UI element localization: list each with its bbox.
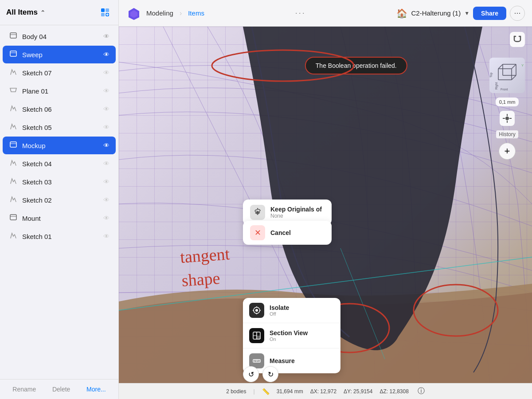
length-value: 31,694 mm [277,388,303,395]
cancel-label[interactable]: Cancel [270,229,291,236]
sidebar-header: All Items ⌃ [0,0,118,25]
svg-rect-7 [10,33,16,38]
sidebar-item-mockup[interactable]: Mockup 👁 [3,137,116,154]
eye-icon-sketch07[interactable]: 👁 [103,69,110,76]
sidebar-item-sketch01[interactable]: Sketch 01 👁 [3,227,116,245]
sidebar-item-body04[interactable]: Body 04 👁 [3,27,116,45]
sidebar: All Items ⌃ Body 04 👁 [0,0,119,399]
topbar-right: 🏠 C2-Halterung (1) ▼ Share ··· [396,6,525,21]
tools-panel: Isolate Off Section View On [243,298,340,373]
status-separator1: | [254,388,255,395]
mount-icon [9,213,18,223]
undo-rotation-button[interactable]: ↺ [243,366,259,382]
cancel-x-button[interactable]: ✕ [250,225,265,240]
sketch03-icon [9,177,18,187]
sidebar-item-plane01[interactable]: Plane 01 👁 [3,82,116,100]
sidebar-item-sketch03[interactable]: Sketch 03 👁 [3,173,116,191]
keep-originals-text: Keep Originals of None [270,206,322,219]
sidebar-item-list: Body 04 👁 Sweep 👁 Sketch 07 👁 Plane 01 [0,25,118,379]
sketch04-label: Sketch 04 [22,160,99,168]
eye-icon-sketch05[interactable]: 👁 [103,124,110,131]
svg-text:Top: Top [489,73,493,78]
add-item-button[interactable] [98,5,112,20]
eye-icon-sketch06[interactable]: 👁 [103,106,110,113]
svg-rect-2 [101,13,105,16]
sketch03-label: Sketch 03 [22,178,99,186]
svg-text:Y: Y [521,63,524,67]
error-tooltip: The Boolean operation failed. [305,57,407,74]
sketch02-icon [9,195,18,205]
svg-point-42 [505,117,509,120]
section-view-tool[interactable]: Section View On [243,323,340,348]
topbar-dots-button[interactable]: ··· [295,8,306,18]
sweep-icon [9,50,18,59]
sidebar-item-mount[interactable]: Mount 👁 [3,209,116,227]
cancel-panel: ✕ Cancel [243,221,332,245]
measure-label: Measure [270,357,295,364]
home-button[interactable]: 🏠 [396,8,407,19]
plane-icon [9,86,18,96]
isolate-text: Isolate Off [270,304,289,317]
eye-icon-mockup[interactable]: 👁 [103,142,110,149]
orientation-cube[interactable]: Y Right Front Top [489,58,525,93]
3d-viewport[interactable]: The Boolean operation failed. tangentsha… [119,27,532,399]
dy-value: ΔY: 25,9154 [344,388,372,395]
more-button[interactable]: More... [86,386,106,393]
sidebar-title: All Items ⌃ [6,8,45,17]
section-view-sub: On [270,336,308,342]
section-view-label: Section View [270,329,308,336]
magnet-button[interactable] [510,32,525,47]
history-button[interactable]: History [496,130,518,138]
delete-button[interactable]: Delete [52,386,70,393]
rotation-controls: ↺ ↻ [243,366,278,382]
rename-button[interactable]: Rename [12,386,36,393]
sketch07-label: Sketch 07 [22,69,99,77]
sketch01-label: Sketch 01 [22,233,99,240]
svg-rect-11 [10,142,16,147]
topbar-more-button[interactable]: ··· [510,6,525,21]
isolate-label: Isolate [270,304,289,311]
sketch05-icon [9,122,18,132]
sidebar-item-sketch05[interactable]: Sketch 05 👁 [3,118,116,136]
sidebar-item-sketch06[interactable]: Sketch 06 👁 [3,100,116,118]
sidebar-item-sketch07[interactable]: Sketch 07 👁 [3,64,116,82]
share-button[interactable]: Share [473,7,506,20]
measure-text: Measure [270,357,295,364]
sidebar-item-sketch02[interactable]: Sketch 02 👁 [3,191,116,209]
eye-icon-sweep[interactable]: 👁 [103,51,110,58]
sidebar-item-sketch04[interactable]: Sketch 04 👁 [3,155,116,172]
dx-value: ΔX: 12,972 [310,388,336,395]
project-dropdown[interactable]: ▼ [464,10,469,16]
zoom-in-button[interactable]: + [499,143,516,160]
eye-icon[interactable]: 👁 [103,33,110,40]
sketch02-label: Sketch 02 [22,196,99,204]
body-icon [9,31,18,41]
section-view-text: Section View On [270,329,308,342]
sketch06-icon [9,104,18,114]
sketch-icon [9,68,18,78]
info-button[interactable]: ⓘ [418,387,425,396]
eye-icon-mount[interactable]: 👁 [103,215,110,222]
eye-icon-plane01[interactable]: 👁 [103,87,110,94]
ruler-icon: 📏 [262,388,270,395]
redo-rotation-button[interactable]: ↻ [262,366,278,382]
isolate-tool[interactable]: Isolate Off [243,298,340,323]
mount-label: Mount [22,215,99,222]
sidebar-item-sweep[interactable]: Sweep 👁 [3,46,116,63]
status-bar: 2 bodies | 📏 31,694 mm ΔX: 12,972 ΔY: 25… [119,383,532,399]
project-name: C2-Halterung (1) [411,9,461,17]
topbar-center: ··· [209,8,392,18]
eye-icon-sketch03[interactable]: 👁 [103,178,110,185]
transform-button[interactable] [500,111,515,126]
error-message: The Boolean operation failed. [316,62,397,69]
eye-icon-sketch04[interactable]: 👁 [103,160,110,167]
sidebar-footer: Rename Delete More... [0,379,118,399]
body04-label: Body 04 [22,33,99,40]
right-controls: Y Right Front Top 0,1 mm History + [489,58,525,160]
eye-icon-sketch02[interactable]: 👁 [103,196,110,203]
modeling-label: Modeling [146,9,173,17]
items-label[interactable]: Items [188,9,204,17]
eye-icon-sketch01[interactable]: 👁 [103,233,110,240]
keep-originals-settings-button[interactable] [250,205,265,220]
svg-rect-0 [101,8,105,12]
